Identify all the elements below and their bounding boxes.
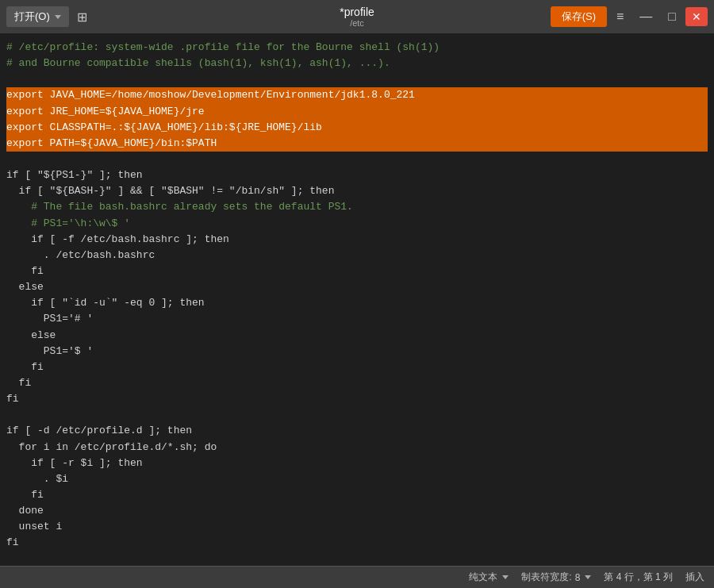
cursor-position: 第 4 行，第 1 列 xyxy=(604,571,673,584)
editor-line: unset i xyxy=(6,519,708,535)
editor-line: else xyxy=(6,328,708,344)
editor-line: if [ "${PS1-}" ]; then xyxy=(6,167,708,183)
insert-mode: 插入 xyxy=(685,571,704,584)
editor-line: if [ "${BASH-}" ] && [ "$BASH" != "/bin/… xyxy=(6,183,708,199)
file-title: *profile xyxy=(340,6,374,18)
quick-access-button[interactable]: ⊞ xyxy=(72,6,92,28)
quick-access-icon: ⊞ xyxy=(77,10,87,24)
tab-width-selector[interactable]: 制表符宽度: 8 xyxy=(521,571,591,584)
editor-line: for i in /etc/profile.d/*.sh; do xyxy=(6,440,708,455)
tab-width-dropdown-icon xyxy=(585,575,591,579)
editor-line: done xyxy=(6,503,708,519)
maximize-button[interactable]: □ xyxy=(662,6,682,27)
filetype-label: 纯文本 xyxy=(469,571,497,584)
editor-line: # The file bash.bashrc already sets the … xyxy=(6,199,708,215)
editor-content: # /etc/profile: system-wide .profile fil… xyxy=(0,37,714,555)
editor-line xyxy=(6,152,708,167)
file-path: /etc xyxy=(340,18,374,28)
editor-line: # and Bourne compatible shells (bash(1),… xyxy=(6,56,708,71)
titlebar-left: 打开(O) ⊞ xyxy=(6,6,92,28)
cursor-position-label: 第 4 行，第 1 列 xyxy=(604,571,673,584)
editor[interactable]: # /etc/profile: system-wide .profile fil… xyxy=(0,33,714,566)
open-button[interactable]: 打开(O) xyxy=(6,6,69,27)
editor-line: if [ -r $i ]; then xyxy=(6,455,708,471)
editor-line: export JRE_HOME=${JAVA_HOME}/jre xyxy=(6,104,708,120)
editor-line: # PS1='\h:\w\$ ' xyxy=(6,216,708,232)
editor-line: if [ -f /etc/bash.bashrc ]; then xyxy=(6,232,708,248)
editor-line: PS1='# ' xyxy=(6,311,708,327)
editor-line: fi xyxy=(6,487,708,503)
open-dropdown-icon xyxy=(55,15,61,19)
close-button[interactable]: ✕ xyxy=(685,7,708,26)
tab-width-value: 8 xyxy=(575,572,581,583)
editor-line: fi xyxy=(6,375,708,391)
editor-line: . $i xyxy=(6,471,708,487)
statusbar: 纯文本 制表符宽度: 8 第 4 行，第 1 列 插入 xyxy=(0,566,714,588)
editor-line: export CLASSPATH=.:${JAVA_HOME}/lib:${JR… xyxy=(6,120,708,136)
editor-line: if [ "`id -u`" -eq 0 ]; then xyxy=(6,295,708,311)
editor-line: # /etc/profile: system-wide .profile fil… xyxy=(6,40,708,56)
open-label: 打开(O) xyxy=(14,10,50,24)
editor-line: fi xyxy=(6,263,708,279)
editor-line xyxy=(6,71,708,87)
editor-line: else xyxy=(6,279,708,295)
insert-mode-label: 插入 xyxy=(685,571,704,584)
editor-line: fi xyxy=(6,391,708,407)
minimize-button[interactable]: — xyxy=(633,6,658,27)
titlebar-right: 保存(S) ≡ — □ ✕ xyxy=(551,6,708,27)
editor-line: fi xyxy=(6,359,708,375)
editor-line xyxy=(6,407,708,423)
filetype-selector[interactable]: 纯文本 xyxy=(469,571,509,584)
tab-width-label: 制表符宽度: xyxy=(521,571,571,584)
editor-line: . /etc/bash.bashrc xyxy=(6,248,708,263)
titlebar: 打开(O) ⊞ *profile /etc 保存(S) ≡ — □ ✕ xyxy=(0,0,714,33)
titlebar-center: *profile /etc xyxy=(340,6,374,28)
editor-line: if [ -d /etc/profile.d ]; then xyxy=(6,423,708,439)
editor-line: export JAVA_HOME=/home/moshow/Developmen… xyxy=(6,87,708,103)
editor-line: PS1='$ ' xyxy=(6,344,708,359)
editor-line: export PATH=${JAVA_HOME}/bin:$PATH xyxy=(6,136,708,152)
save-button[interactable]: 保存(S) xyxy=(551,6,607,27)
menu-button[interactable]: ≡ xyxy=(610,6,630,27)
filetype-dropdown-icon xyxy=(502,575,509,579)
editor-line: fi xyxy=(6,535,708,551)
